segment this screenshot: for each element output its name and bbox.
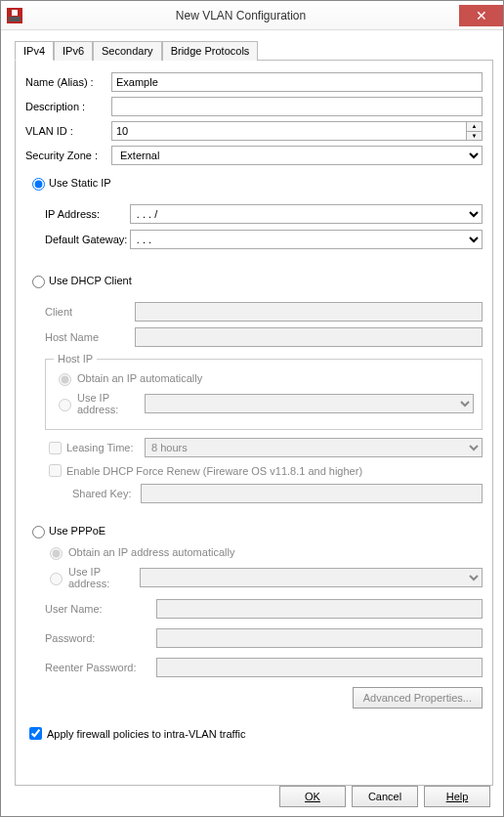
use-static-ip-radio[interactable]: [32, 178, 45, 191]
name-label: Name (Alias) :: [25, 76, 111, 88]
shared-key-input[interactable]: [141, 484, 483, 503]
dhcp-client-label: Client: [45, 306, 135, 318]
vlan-id-input[interactable]: [111, 121, 467, 141]
vlan-id-spinner[interactable]: ▲ ▼: [467, 121, 483, 141]
security-zone-label: Security Zone :: [25, 150, 111, 161]
pppoe-repassword-label: Reenter Password:: [45, 662, 156, 673]
cancel-button[interactable]: Cancel: [352, 786, 418, 807]
pppoe-auto-label: Obtain an IP address automatically: [68, 546, 234, 558]
svg-rect-2: [12, 10, 18, 16]
tab-secondary[interactable]: Secondary: [93, 41, 162, 61]
leasing-time-checkbox[interactable]: [49, 442, 62, 454]
spinner-up-icon[interactable]: ▲: [467, 122, 482, 132]
app-icon: [7, 8, 22, 23]
window-title: New VLAN Configuration: [22, 9, 459, 22]
hostip-useip-label: Use IP address:: [77, 392, 145, 415]
leasing-time-select[interactable]: 8 hours: [145, 438, 483, 457]
tab-row: IPv4 IPv6 Secondary Bridge Protocols: [15, 40, 493, 61]
use-static-ip-label: Use Static IP: [49, 177, 111, 189]
force-renew-label: Enable DHCP Force Renew (Fireware OS v11…: [66, 465, 362, 477]
dialog-buttons: OK Cancel Help: [279, 786, 490, 807]
use-pppoe-label: Use PPPoE: [49, 525, 105, 537]
shared-key-label: Shared Key:: [72, 488, 141, 499]
pppoe-useip-label: Use IP address:: [68, 566, 140, 589]
pppoe-useip-input[interactable]: [140, 568, 483, 587]
use-pppoe-radio[interactable]: [32, 526, 45, 538]
pppoe-repassword-input[interactable]: [156, 658, 483, 677]
svg-rect-1: [9, 17, 21, 22]
force-renew-checkbox[interactable]: [49, 464, 62, 477]
title-bar: New VLAN Configuration ✕: [1, 1, 503, 30]
vlan-id-label: VLAN ID :: [25, 125, 111, 137]
dhcp-client-input[interactable]: [135, 302, 483, 322]
description-label: Description :: [25, 101, 111, 112]
close-button[interactable]: ✕: [459, 5, 503, 26]
default-gateway-label: Default Gateway:: [45, 234, 130, 245]
tab-ipv6[interactable]: IPv6: [54, 41, 93, 61]
pppoe-auto-radio[interactable]: [50, 547, 63, 560]
dhcp-hostname-input[interactable]: [135, 327, 483, 347]
tab-ipv4[interactable]: IPv4: [15, 41, 54, 61]
use-dhcp-radio[interactable]: [32, 276, 45, 288]
security-zone-select[interactable]: External: [111, 146, 483, 165]
advanced-properties-button[interactable]: Advanced Properties...: [353, 687, 483, 709]
close-icon: ✕: [476, 9, 487, 22]
pppoe-password-input[interactable]: [156, 628, 483, 648]
host-ip-group: Host IP Obtain an IP automatically Use I…: [45, 353, 483, 430]
tab-content: Name (Alias) : Description : VLAN ID : ▲…: [15, 61, 493, 786]
use-dhcp-label: Use DHCP Client: [49, 275, 132, 286]
tab-bridge[interactable]: Bridge Protocols: [162, 41, 259, 61]
pppoe-password-label: Password:: [45, 632, 156, 644]
description-input[interactable]: [111, 97, 483, 116]
pppoe-useip-radio[interactable]: [50, 573, 63, 585]
leasing-time-label: Leasing Time:: [66, 442, 145, 453]
hostip-useip-input[interactable]: [145, 394, 474, 413]
apply-firewall-checkbox[interactable]: [29, 727, 42, 740]
spinner-down-icon[interactable]: ▼: [467, 132, 482, 141]
ip-address-label: IP Address:: [45, 208, 130, 220]
hostip-useip-radio[interactable]: [59, 399, 71, 411]
ok-button[interactable]: OK: [279, 786, 346, 807]
name-input[interactable]: [111, 72, 483, 92]
hostip-auto-radio[interactable]: [59, 373, 71, 386]
apply-firewall-label: Apply firewall policies to intra-VLAN tr…: [47, 728, 245, 740]
dhcp-hostname-label: Host Name: [45, 331, 135, 343]
pppoe-username-label: User Name:: [45, 603, 156, 615]
host-ip-legend: Host IP: [54, 353, 97, 365]
hostip-auto-label: Obtain an IP automatically: [77, 372, 202, 384]
default-gateway-input[interactable]: . . .: [130, 230, 483, 249]
pppoe-username-input[interactable]: [156, 599, 483, 619]
help-button[interactable]: Help: [424, 786, 490, 807]
ip-address-input[interactable]: . . . /: [130, 204, 483, 224]
